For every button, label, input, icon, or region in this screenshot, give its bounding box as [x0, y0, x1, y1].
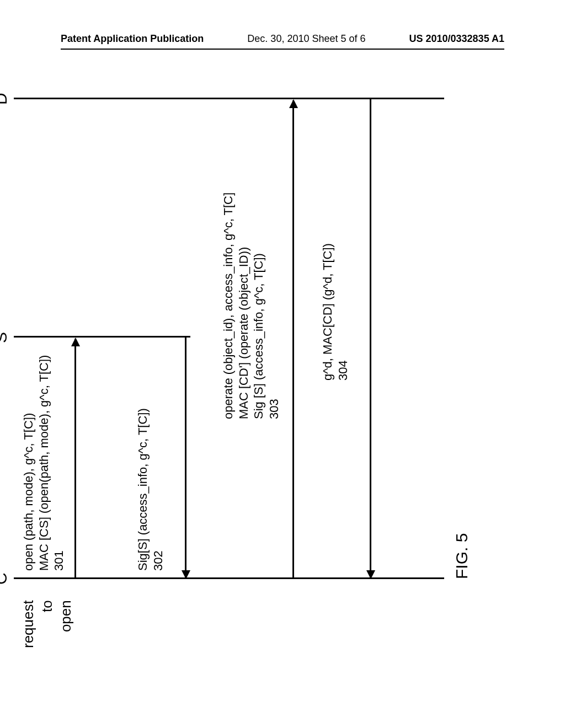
side-request-to-open: request to open	[19, 600, 75, 648]
msg303-l4: 303	[267, 399, 281, 419]
msg302-l1: Sig[S] (access_info, g^c, T[C])	[136, 408, 150, 571]
lifeline-d	[14, 98, 444, 100]
side-l1: request	[20, 600, 36, 648]
lifeline-c	[14, 578, 444, 580]
entity-s: S	[0, 332, 10, 343]
arrow-304	[370, 99, 371, 578]
header-publication: Patent Application Publication	[61, 33, 204, 45]
lifeline-s	[14, 336, 190, 338]
msg-302: Sig[S] (access_info, g^c, T[C]) 302	[135, 408, 166, 571]
msg304-l1: g^d, MAC[CD] (g^d, T[C])	[321, 243, 334, 381]
arrow-301	[74, 339, 76, 578]
msg303-l1: operate (object_id), access_info, g^c, T…	[221, 192, 235, 419]
entity-d: D	[0, 93, 10, 105]
arrow-302	[185, 338, 186, 578]
header-divider	[61, 49, 504, 50]
msg303-l3: Sig [S] (access_info, g^c, T[C])	[252, 253, 265, 419]
msg304-l2: 304	[336, 360, 350, 381]
msg301-l1: open (path, mode), g^c, T[C])	[22, 413, 35, 571]
side-l3: open	[57, 600, 74, 632]
arrow-303	[292, 100, 294, 578]
msg301-l3: 301	[52, 550, 66, 571]
msg301-l2: MAC [CS] (open(path, mode), g^c, T[C])	[37, 355, 51, 571]
header-date-sheet: Dec. 30, 2010 Sheet 5 of 6	[247, 33, 365, 45]
header-pub-number: US 2010/0332835 A1	[409, 33, 504, 45]
side-l2: to	[39, 600, 55, 612]
figure-label: FIG. 5	[452, 533, 471, 579]
sequence-diagram: C S D request to open open (path, mode),…	[11, 154, 552, 574]
msg-301: open (path, mode), g^c, T[C]) MAC [CS] (…	[21, 355, 67, 571]
msg303-l2: MAC [CD'] (operate (object_ID))	[237, 247, 250, 419]
msg-303: operate (object_id), access_info, g^c, T…	[221, 192, 281, 419]
msg-304: g^d, MAC[CD] (g^d, T[C]) 304	[320, 243, 350, 381]
msg302-l2: 302	[151, 550, 165, 571]
entity-c: C	[0, 572, 10, 585]
